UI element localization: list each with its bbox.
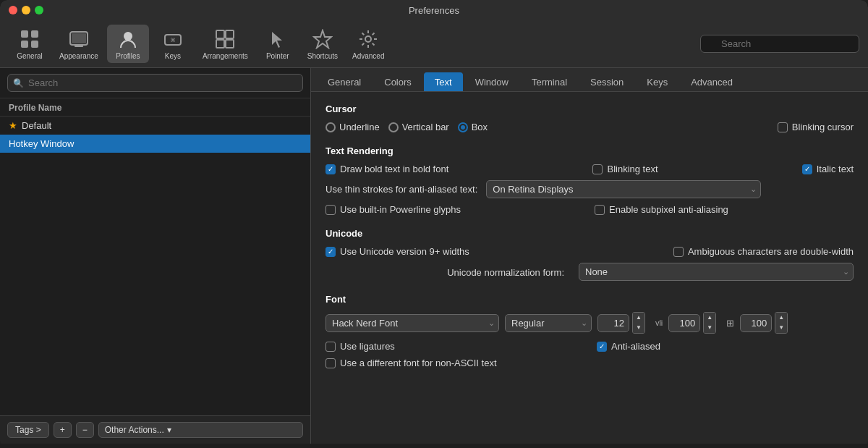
anti-aliased-checkbox[interactable]: ✓ (597, 342, 607, 352)
blinking-cursor-option[interactable]: Blinking cursor (778, 122, 854, 132)
non-ascii-checkbox[interactable] (326, 358, 336, 368)
traffic-lights (9, 6, 43, 14)
thin-strokes-select[interactable]: On Retina Displays Always Never On Non-R… (486, 180, 761, 198)
toolbar-search-input[interactable] (700, 35, 859, 53)
font-row3: Use a different font for non-ASCII text (326, 358, 854, 368)
toolbar-item-arrangements[interactable]: Arrangements (197, 25, 254, 63)
toolbar-item-pointer[interactable]: Pointer (257, 25, 299, 63)
profile-item-hotkey[interactable]: Hotkey Window (0, 135, 310, 153)
normalization-label: Unicode normalization form: (447, 267, 564, 278)
toolbar-item-advanced[interactable]: Advanced (346, 25, 390, 63)
font-width-down-button[interactable]: ▼ (704, 323, 715, 333)
font-size-up-button[interactable]: ▲ (633, 313, 644, 323)
ambiguous-option[interactable]: Ambiguous characters are double-width (673, 246, 854, 257)
sidebar-search-input[interactable] (7, 74, 303, 92)
font-height-up-button[interactable]: ▲ (775, 313, 787, 323)
text-rendering-section: Text Rendering ✓ Draw bold text in bold … (326, 145, 854, 215)
unicode-widths-option[interactable]: ✓ Use Unicode version 9+ widths (326, 246, 469, 257)
font-height-input[interactable] (740, 314, 772, 332)
font-width-input[interactable] (668, 314, 700, 332)
panel: Cursor Underline Vertical bar Box (311, 92, 868, 444)
subpixel-checkbox[interactable] (595, 205, 605, 215)
draw-bold-option[interactable]: ✓ Draw bold text in bold font (326, 164, 448, 174)
cursor-underline-label: Underline (339, 122, 380, 132)
svg-rect-13 (226, 40, 234, 48)
font-name-select-wrapper: Hack Nerd Font Menlo Monaco Courier New … (326, 314, 499, 332)
cursor-underline-radio[interactable] (326, 122, 336, 132)
tab-session[interactable]: Session (579, 72, 634, 91)
text-rendering-row1: ✓ Draw bold text in bold font Blinking t… (326, 164, 854, 174)
add-profile-button[interactable]: + (54, 422, 72, 438)
profile-item-label-default: Default (22, 120, 51, 131)
blinking-cursor-checkbox[interactable] (778, 122, 788, 132)
unicode-widths-checkbox[interactable]: ✓ (326, 247, 336, 257)
svg-rect-5 (72, 33, 86, 43)
powerline-checkbox[interactable] (326, 205, 336, 215)
toolbar: General Appearance Profiles ⌘ Keys (0, 20, 868, 68)
svg-rect-6 (75, 45, 83, 47)
font-size-down-button[interactable]: ▼ (633, 323, 644, 333)
italic-text-checkbox[interactable]: ✓ (802, 164, 812, 174)
italic-text-option[interactable]: ✓ Italic text (802, 164, 854, 174)
normalization-select[interactable]: None NFC NFD NFKC NFKD (579, 263, 854, 281)
close-button[interactable] (9, 6, 17, 14)
font-name-select[interactable]: Hack Nerd Font Menlo Monaco Courier New (326, 314, 499, 332)
blinking-text-option[interactable]: Blinking text (592, 164, 658, 174)
profile-item-default[interactable]: ★ Default (0, 117, 310, 135)
toolbar-label-keys: Keys (165, 52, 181, 60)
font-size-input[interactable] (597, 314, 629, 332)
svg-rect-10 (216, 30, 224, 38)
remove-profile-button[interactable]: − (76, 422, 94, 438)
tab-text[interactable]: Text (424, 72, 463, 91)
toolbar-item-appearance[interactable]: Appearance (54, 25, 104, 63)
cursor-underline-option[interactable]: Underline (326, 122, 380, 132)
powerline-option[interactable]: Use built-in Powerline glyphs (326, 204, 461, 215)
profile-list: ★ Default Hotkey Window (0, 117, 310, 415)
other-actions-label: Other Actions... (105, 425, 164, 435)
tab-advanced[interactable]: Advanced (680, 72, 744, 91)
cursor-vertical-bar-label: Vertical bar (402, 122, 449, 132)
normalization-select-wrapper: None NFC NFD NFKC NFKD ⌄ (579, 263, 854, 281)
font-height-down-button[interactable]: ▼ (775, 323, 787, 333)
unicode-row1: ✓ Use Unicode version 9+ widths Ambiguou… (326, 246, 854, 257)
tab-colors[interactable]: Colors (373, 72, 422, 91)
ligatures-checkbox[interactable] (326, 342, 336, 352)
toolbar-item-shortcuts[interactable]: Shortcuts (302, 25, 344, 63)
ambiguous-checkbox[interactable] (673, 247, 684, 257)
cursor-vertical-bar-radio[interactable] (388, 122, 399, 132)
cursor-box-radio[interactable] (458, 122, 468, 132)
maximize-button[interactable] (35, 6, 43, 14)
tags-button[interactable]: Tags > (7, 422, 49, 438)
subpixel-option[interactable]: Enable subpixel anti-aliasing (595, 204, 728, 215)
unicode-title: Unicode (326, 228, 854, 239)
tab-general[interactable]: General (317, 72, 372, 91)
toolbar-item-general[interactable]: General (9, 25, 51, 63)
font-style-select[interactable]: Regular Bold Italic Bold Italic (505, 314, 592, 332)
ligatures-option[interactable]: Use ligatures (326, 341, 395, 352)
non-ascii-option[interactable]: Use a different font for non-ASCII text (326, 358, 497, 368)
svg-rect-1 (31, 30, 38, 38)
cursor-title: Cursor (326, 103, 854, 114)
cursor-box-option[interactable]: Box (458, 122, 488, 132)
blinking-text-checkbox[interactable] (592, 164, 603, 174)
sidebar-search-wrapper: 🔍 (7, 74, 303, 92)
tab-window[interactable]: Window (464, 72, 519, 91)
other-actions-button[interactable]: Other Actions... ▾ (98, 422, 303, 438)
tab-keys[interactable]: Keys (636, 72, 678, 91)
toolbar-item-profiles[interactable]: Profiles (107, 25, 149, 63)
toolbar-item-keys[interactable]: ⌘ Keys (152, 25, 194, 63)
font-row1: Hack Nerd Font Menlo Monaco Courier New … (326, 312, 854, 334)
minimize-button[interactable] (22, 6, 30, 14)
svg-marker-14 (314, 30, 331, 48)
toolbar-label-pointer: Pointer (266, 52, 289, 60)
font-style-select-wrapper: Regular Bold Italic Bold Italic ⌄ (505, 314, 592, 332)
cursor-vertical-bar-option[interactable]: Vertical bar (388, 122, 449, 132)
sidebar-footer: Tags > + − Other Actions... ▾ (0, 415, 310, 444)
tab-terminal[interactable]: Terminal (521, 72, 578, 91)
default-star-icon: ★ (9, 120, 17, 131)
anti-aliased-option[interactable]: ✓ Anti-aliased (597, 341, 660, 352)
font-width-up-button[interactable]: ▲ (704, 313, 715, 323)
toolbar-label-shortcuts: Shortcuts (307, 52, 338, 60)
draw-bold-checkbox[interactable]: ✓ (326, 164, 336, 174)
unicode-section: Unicode ✓ Use Unicode version 9+ widths … (326, 228, 854, 281)
